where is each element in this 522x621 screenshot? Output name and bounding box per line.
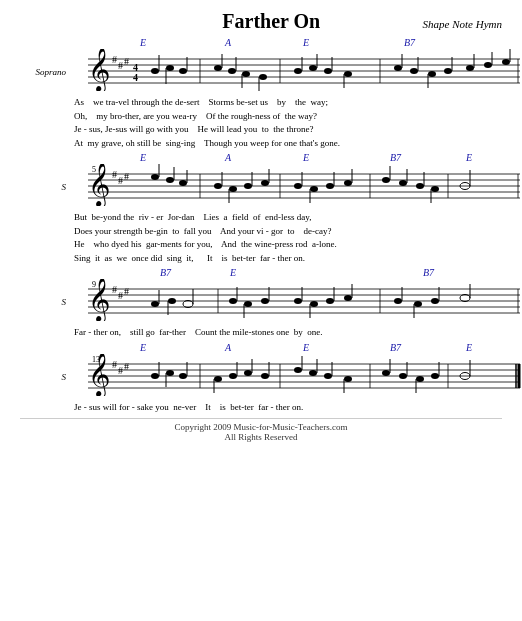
page: Farther On Shape Note Hymn E A E B7 Sopr… xyxy=(0,0,522,621)
staff-svg-1: 𝄞 # # # 4 4 xyxy=(70,49,522,95)
section-3: B7 E B7 S 𝄞 # # # 9 xyxy=(20,267,502,340)
section-4: E A E B7 E S 𝄞 # # # 13 xyxy=(20,342,502,415)
svg-point-45 xyxy=(466,65,474,71)
staff-label-4: S xyxy=(20,372,70,382)
svg-point-123 xyxy=(294,298,302,304)
svg-point-173 xyxy=(324,373,332,379)
svg-point-23 xyxy=(228,68,236,74)
chord-row-2: E A E B7 E xyxy=(20,152,502,164)
footer-line2: All Rights Reserved xyxy=(20,432,502,442)
svg-point-159 xyxy=(179,373,187,379)
staff-svg-2: 𝄞 # # # 5 xyxy=(70,164,522,210)
page-title: Farther On xyxy=(120,10,423,33)
staff-svg-4: 𝄞 # # # 13 xyxy=(70,354,522,400)
svg-text:5: 5 xyxy=(92,165,96,174)
svg-text:#: # xyxy=(112,359,117,370)
svg-point-171 xyxy=(309,370,317,376)
svg-point-169 xyxy=(294,367,302,373)
svg-point-21 xyxy=(214,65,222,71)
svg-text:4: 4 xyxy=(133,72,138,83)
svg-text:13: 13 xyxy=(92,355,100,364)
svg-point-113 xyxy=(168,298,176,304)
svg-point-135 xyxy=(431,298,439,304)
svg-point-74 xyxy=(229,186,237,192)
svg-point-29 xyxy=(294,68,302,74)
svg-point-131 xyxy=(394,298,402,304)
svg-point-27 xyxy=(259,74,267,80)
svg-point-68 xyxy=(166,177,174,183)
svg-text:#: # xyxy=(118,60,123,71)
svg-point-157 xyxy=(166,370,174,376)
svg-point-35 xyxy=(344,71,352,77)
svg-point-88 xyxy=(382,177,390,183)
svg-point-47 xyxy=(484,62,492,68)
svg-point-37 xyxy=(394,65,402,71)
svg-point-78 xyxy=(261,180,269,186)
svg-text:#: # xyxy=(124,171,129,182)
footer-line1: Copyright 2009 Music-for-Music-Teachers.… xyxy=(20,422,502,432)
chord-row-3: B7 E B7 xyxy=(20,267,502,279)
svg-point-76 xyxy=(244,183,252,189)
svg-point-181 xyxy=(416,376,424,382)
svg-text:#: # xyxy=(118,175,123,186)
lyrics-2: But be-yond the riv - er Jor-dan Lies a … xyxy=(20,211,502,265)
staff-area-4: S 𝄞 # # # 13 xyxy=(20,354,502,400)
lyrics-1: As we tra-vel through the de-sert Storms… xyxy=(20,96,502,150)
subtitle: Shape Note Hymn xyxy=(423,12,502,30)
svg-point-19 xyxy=(179,68,187,74)
svg-point-183 xyxy=(431,373,439,379)
svg-point-70 xyxy=(179,180,187,186)
svg-point-49 xyxy=(502,59,510,65)
svg-point-84 xyxy=(326,183,334,189)
svg-text:#: # xyxy=(118,290,123,301)
svg-point-115 xyxy=(183,301,193,308)
chord-row-1: E A E B7 xyxy=(20,37,502,49)
svg-point-121 xyxy=(261,298,269,304)
svg-text:#: # xyxy=(124,286,129,297)
lyrics-3: Far - ther on, still go far-ther Count t… xyxy=(20,326,502,340)
svg-text:9: 9 xyxy=(92,280,96,289)
staff-label-2: S xyxy=(20,182,70,192)
svg-text:#: # xyxy=(112,54,117,65)
staff-area-1: Soprano 𝄞 # # # 4 4 xyxy=(20,49,502,95)
svg-point-167 xyxy=(261,373,269,379)
svg-text:#: # xyxy=(112,284,117,295)
svg-point-41 xyxy=(428,71,436,77)
staff-label-3: S xyxy=(20,297,70,307)
svg-point-155 xyxy=(151,373,159,379)
svg-text:#: # xyxy=(118,365,123,376)
staff-svg-3: 𝄞 # # # 9 xyxy=(70,279,522,325)
staff-area-3: S 𝄞 # # # 9 xyxy=(20,279,502,325)
svg-point-33 xyxy=(324,68,332,74)
svg-point-31 xyxy=(309,65,317,71)
svg-point-161 xyxy=(214,376,222,382)
svg-text:#: # xyxy=(124,361,129,372)
svg-point-163 xyxy=(229,373,237,379)
svg-point-72 xyxy=(214,183,222,189)
svg-point-179 xyxy=(399,373,407,379)
staff-label-1: Soprano xyxy=(20,67,70,77)
svg-point-43 xyxy=(444,68,452,74)
svg-point-17 xyxy=(166,65,174,71)
svg-point-133 xyxy=(414,301,422,307)
svg-point-25 xyxy=(242,71,250,77)
svg-point-111 xyxy=(151,301,159,307)
svg-point-92 xyxy=(416,183,424,189)
svg-point-177 xyxy=(382,370,390,376)
title-row: Farther On Shape Note Hymn xyxy=(20,10,502,33)
svg-point-117 xyxy=(229,298,237,304)
svg-point-86 xyxy=(344,180,352,186)
svg-text:#: # xyxy=(124,56,129,67)
lyrics-4: Je - sus will for - sake you ne-ver It i… xyxy=(20,401,502,415)
svg-point-175 xyxy=(344,376,352,382)
svg-point-39 xyxy=(410,68,418,74)
section-1: E A E B7 Soprano 𝄞 # xyxy=(20,37,502,150)
svg-point-129 xyxy=(344,295,352,301)
svg-point-15 xyxy=(151,68,159,74)
svg-text:#: # xyxy=(112,169,117,180)
footer: Copyright 2009 Music-for-Music-Teachers.… xyxy=(20,418,502,442)
section-2: E A E B7 E S 𝄞 # # # xyxy=(20,152,502,265)
svg-point-119 xyxy=(244,301,252,307)
svg-point-165 xyxy=(244,370,252,376)
svg-point-80 xyxy=(294,183,302,189)
